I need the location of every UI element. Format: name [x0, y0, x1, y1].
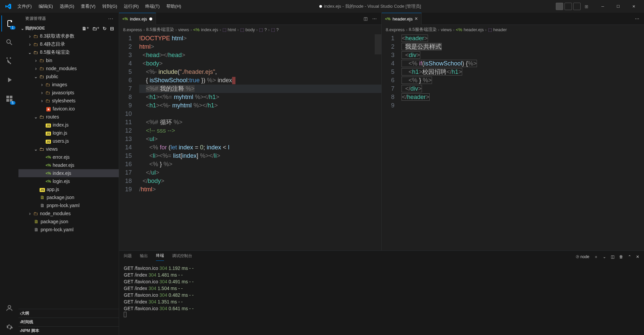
menu-bar: 文件(F) 编辑(E) 选择(S) 查看(V) 转到(G) 运行(R) 终端(T… — [14, 1, 184, 11]
svg-point-0 — [8, 305, 11, 308]
panel-tab-problems[interactable]: 问题 — [124, 253, 132, 261]
file-tree: ›🗀8.3获取请求参数 ›🗀8.4静态目录 ⌄🗀8.5服务端渲染 ›🗀bin ›… — [18, 32, 119, 309]
run-debug-icon[interactable] — [1, 72, 17, 88]
file-item[interactable]: 🗎package.json — [18, 218, 119, 226]
customize-layout-icon[interactable]: ⊞ — [585, 4, 588, 9]
tab-index-ejs[interactable]: <% index.ejs — [119, 13, 156, 25]
menu-view[interactable]: 查看(V) — [77, 1, 99, 11]
activity-bar: 1 5 — [0, 13, 18, 335]
close-panel-icon[interactable]: ✕ — [636, 254, 639, 259]
explorer-sidebar: 资源管理器 ⋯ ⌄ 我的NODE 🗎⁺ 🗀⁺ ↻ ⊟ ›🗀8.3获取请求参数 ›… — [18, 13, 119, 335]
file-item[interactable]: 🗎pnpm-lock.yaml — [18, 226, 119, 234]
menu-help[interactable]: 帮助(H) — [163, 1, 184, 11]
source-control-icon[interactable] — [1, 53, 17, 69]
maximize-panel-icon[interactable]: ⌃ — [628, 254, 631, 259]
folder-item[interactable]: ›🗀images — [18, 81, 119, 89]
new-file-icon[interactable]: 🗎⁺ — [82, 26, 89, 31]
breadcrumb-left[interactable]: 8.express› 8.5服务端渲染› views› <%index.ejs›… — [119, 25, 381, 34]
vscode-logo-icon — [5, 3, 11, 9]
npm-scripts-section[interactable]: ›NPM 脚本 — [18, 326, 119, 335]
editor-more-icon[interactable]: ⋯ — [635, 16, 639, 21]
settings-icon[interactable] — [1, 319, 17, 335]
folder-item[interactable]: ⌄🗀public — [18, 73, 119, 81]
terminal-body[interactable]: GET /favicon.ico 304 1.192 ms - -GET /in… — [119, 263, 644, 335]
folder-item[interactable]: ›🗀8.3获取请求参数 — [18, 32, 119, 40]
code-editor-right[interactable]: 123456789 <header> 我是公共样式 <div> <% if(is… — [382, 34, 644, 250]
search-icon[interactable] — [1, 34, 17, 50]
accounts-icon[interactable] — [1, 300, 17, 316]
layout-controls — [556, 3, 581, 10]
menu-run[interactable]: 运行(R) — [120, 1, 142, 11]
terminal-panel: 问题 输出 终端 调试控制台 ⧁ node ＋ ⌄ ◫ 🗑 ⌃ ✕ GET /f… — [119, 250, 644, 335]
file-item[interactable]: 🗎pnpm-lock.yaml — [18, 201, 119, 209]
timeline-section[interactable]: ›时间线 — [18, 318, 119, 326]
explorer-header: 资源管理器 ⋯ — [18, 13, 119, 25]
folder-item[interactable]: ›🗀8.4静态目录 — [18, 40, 119, 48]
collapse-all-icon[interactable]: ⊟ — [110, 26, 114, 31]
title-bar: 文件(F) 编辑(E) 选择(S) 查看(V) 转到(G) 运行(R) 终端(T… — [0, 0, 644, 13]
refresh-icon[interactable]: ↻ — [103, 26, 107, 31]
panel-tabs: 问题 输出 终端 调试控制台 ⧁ node ＋ ⌄ ◫ 🗑 ⌃ ✕ — [119, 251, 644, 263]
workspace-header[interactable]: ⌄ 我的NODE 🗎⁺ 🗀⁺ ↻ ⊟ — [18, 25, 119, 32]
kill-terminal-icon[interactable]: 🗑 — [619, 254, 623, 259]
maximize-button[interactable]: ☐ — [610, 0, 626, 12]
file-item[interactable]: JSapp.js — [18, 185, 119, 193]
folder-item[interactable]: ⌄🗀8.5服务端渲染 — [18, 48, 119, 56]
outline-section[interactable]: ›大纲 — [18, 309, 119, 318]
toggle-secondary-sidebar[interactable] — [573, 3, 581, 10]
file-item[interactable]: 🗎package.json — [18, 193, 119, 201]
editor-more-icon[interactable]: ⋯ — [372, 16, 377, 21]
explorer-bottom-sections: ›大纲 ›时间线 ›NPM 脚本 — [18, 309, 119, 335]
modified-dot-icon — [319, 5, 322, 8]
folder-item[interactable]: ›🗀stylesheets — [18, 97, 119, 105]
panel-tab-debug[interactable]: 调试控制台 — [172, 253, 192, 261]
file-item[interactable]: <%index.ejs — [18, 169, 119, 177]
split-terminal-icon[interactable]: ◫ — [611, 254, 614, 259]
folder-item[interactable]: ⌄🗀routes — [18, 113, 119, 121]
window-title: index.ejs - 我的node - Visual Studio Code … — [184, 3, 556, 9]
modified-dot-icon — [149, 17, 152, 20]
folder-item[interactable]: ›🗀javascripts — [18, 89, 119, 97]
panel-tab-terminal[interactable]: 终端 — [156, 253, 164, 261]
code-editor-left[interactable]: 12345678910111213141516171819 !DOCTYPE h… — [119, 34, 381, 250]
close-tab-icon[interactable]: × — [415, 16, 418, 22]
window-controls: ─ ☐ ✕ — [595, 0, 641, 12]
tabs-right: <% header.ejs × ⋯ — [382, 13, 644, 25]
tabs-left: <% index.ejs ◫ ⋯ — [119, 13, 381, 25]
file-item[interactable]: JSusers.js — [18, 137, 119, 145]
minimize-button[interactable]: ─ — [595, 0, 610, 12]
editor-pane-right: <% header.ejs × ⋯ 8.express› 8.5服务端渲染› v… — [381, 13, 644, 250]
explorer-more-icon[interactable]: ⋯ — [108, 15, 114, 22]
folder-item[interactable]: ⌄🗀views — [18, 145, 119, 153]
new-terminal-icon[interactable]: ＋ — [594, 254, 598, 260]
tab-header-ejs[interactable]: <% header.ejs × — [382, 13, 422, 25]
terminal-dropdown-icon[interactable]: ⌄ — [603, 254, 606, 259]
folder-item[interactable]: ›🗀bin — [18, 56, 119, 64]
editor-pane-left: <% index.ejs ◫ ⋯ 8.express› 8.5服务端渲染› vi… — [119, 13, 381, 250]
new-folder-icon[interactable]: 🗀⁺ — [92, 26, 99, 31]
menu-edit[interactable]: 编辑(E) — [35, 1, 56, 11]
file-item[interactable]: ★favicon.ico — [18, 105, 119, 113]
menu-terminal[interactable]: 终端(T) — [142, 1, 163, 11]
breadcrumb-right[interactable]: 8.express› 8.5服务端渲染› views› <%header.ejs… — [382, 25, 644, 34]
folder-item[interactable]: ›🗀node_modules — [18, 209, 119, 218]
toggle-primary-sidebar[interactable] — [556, 3, 563, 10]
panel-tab-output[interactable]: 输出 — [140, 253, 148, 261]
terminal-selector[interactable]: ⧁ node — [576, 254, 589, 259]
menu-selection[interactable]: 选择(S) — [56, 1, 77, 11]
minimap[interactable] — [375, 34, 381, 54]
explorer-icon[interactable]: 1 — [1, 15, 17, 32]
file-item[interactable]: JSindex.js — [18, 121, 119, 129]
menu-go[interactable]: 转到(G) — [99, 1, 121, 11]
close-button[interactable]: ✕ — [626, 0, 641, 12]
toggle-panel[interactable] — [565, 3, 572, 10]
file-item[interactable]: <%error.ejs — [18, 153, 119, 161]
folder-item[interactable]: ›🗀node_modules — [18, 64, 119, 73]
file-item[interactable]: JSlogin.js — [18, 129, 119, 137]
split-editor-icon[interactable]: ◫ — [364, 16, 368, 21]
file-item[interactable]: <%header.ejs — [18, 161, 119, 169]
file-item[interactable]: <%login.ejs — [18, 177, 119, 185]
menu-file[interactable]: 文件(F) — [14, 1, 35, 11]
extensions-icon[interactable]: 5 — [1, 91, 17, 107]
